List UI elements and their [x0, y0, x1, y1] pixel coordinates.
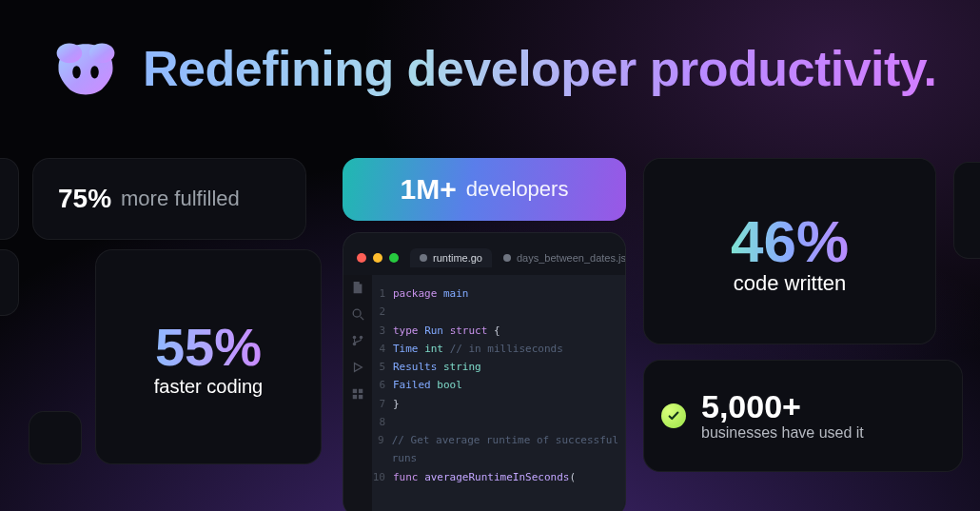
maximize-dot-icon [389, 253, 399, 263]
line-number: 8 [372, 413, 393, 431]
editor-tab-label: days_between_dates.js [517, 252, 626, 264]
stat-card-faster: 55% faster coding [95, 249, 322, 464]
editor-tab-label: runtime.go [433, 252, 482, 264]
svg-line-5 [361, 317, 364, 321]
decorative-card [0, 249, 19, 316]
editor-code-area: 1package main23type Run struct {4 Time i… [372, 275, 625, 511]
code-line-content: func averageRuntimeInSeconds( [393, 468, 576, 486]
stat-label: code written [734, 271, 847, 296]
editor-tabs: runtime.godays_between_dates.js [410, 248, 626, 267]
stat-card-code-written: 46% code written [643, 158, 936, 344]
svg-marker-9 [355, 364, 363, 372]
line-number: 5 [372, 358, 393, 376]
code-line: 4 Time int // in milliseconds [372, 340, 625, 358]
svg-rect-13 [359, 395, 363, 399]
code-line: 9// Get average runtime of successful ru… [372, 431, 625, 468]
stat-value: 5,000+ [701, 390, 864, 424]
file-type-icon [503, 254, 511, 262]
svg-point-0 [57, 43, 83, 63]
editor-tab[interactable]: runtime.go [410, 248, 492, 267]
code-line-content: Failed bool [393, 376, 462, 394]
line-number: 6 [372, 376, 393, 394]
code-line: 1package main [372, 285, 625, 303]
stat-label: faster coding [154, 376, 264, 398]
svg-point-4 [353, 309, 361, 317]
svg-rect-12 [353, 395, 357, 399]
svg-point-8 [360, 336, 363, 340]
stat-label: developers [466, 177, 569, 202]
decorative-card [0, 158, 19, 240]
code-line-content: // Get average runtime of successful run… [392, 431, 625, 468]
svg-point-1 [89, 43, 115, 63]
stat-card-fulfilled: 75% more fulfilled [32, 158, 306, 240]
code-line-content: package main [393, 285, 468, 303]
code-line-content: type Run struct { [393, 322, 500, 340]
line-number: 3 [372, 322, 393, 340]
copilot-logo-icon [49, 38, 122, 99]
line-number: 10 [372, 468, 393, 486]
search-icon [351, 307, 364, 321]
stat-value: 75% [58, 184, 111, 214]
stat-card-businesses: 5,000+ businesses have used it [643, 360, 963, 472]
code-line: 5 Results string [372, 358, 625, 376]
decorative-card [29, 411, 82, 464]
code-editor-card: runtime.godays_between_dates.js 1package… [343, 232, 626, 511]
debug-icon [351, 361, 364, 374]
stat-label: businesses have used it [701, 424, 864, 442]
code-line: 6 Failed bool [372, 376, 625, 394]
code-line: 3type Run struct { [372, 322, 625, 340]
stat-value: 46% [731, 207, 849, 275]
code-line: 10func averageRuntimeInSeconds( [372, 468, 625, 486]
editor-activity-bar [343, 275, 372, 511]
svg-point-2 [72, 66, 81, 78]
close-dot-icon [357, 253, 366, 263]
page-title: Redefining developer productivity. [143, 40, 936, 97]
stat-card-developers: 1M+ developers [343, 158, 626, 221]
svg-rect-11 [359, 389, 363, 393]
header: Redefining developer productivity. [0, 0, 980, 99]
extensions-icon [351, 387, 364, 401]
svg-point-6 [353, 336, 357, 340]
line-number: 2 [372, 303, 393, 321]
code-line-content: } [393, 395, 400, 413]
code-line: 2 [372, 303, 625, 321]
svg-point-3 [90, 66, 99, 78]
stat-text: 5,000+ businesses have used it [701, 390, 864, 442]
code-line: 7} [372, 395, 625, 413]
svg-rect-10 [353, 389, 357, 393]
code-line-content: Results string [393, 358, 481, 376]
code-line: 8 [372, 413, 625, 431]
line-number: 7 [372, 395, 393, 413]
stat-value: 55% [155, 316, 262, 378]
editor-titlebar: runtime.godays_between_dates.js [343, 245, 625, 275]
file-type-icon [420, 254, 427, 262]
stat-label: more fulfilled [121, 187, 240, 211]
line-number: 4 [372, 340, 393, 358]
window-traffic-lights [357, 253, 399, 263]
editor-tab[interactable]: days_between_dates.js [494, 248, 626, 267]
line-number: 9 [372, 431, 392, 468]
line-number: 1 [372, 285, 393, 303]
branch-icon [351, 334, 364, 347]
minimize-dot-icon [373, 253, 382, 263]
files-icon [351, 281, 364, 294]
checkmark-badge-icon [661, 403, 686, 428]
decorative-card [953, 162, 980, 259]
code-line-content: Time int // in milliseconds [393, 340, 563, 358]
stat-value: 1M+ [401, 173, 457, 206]
